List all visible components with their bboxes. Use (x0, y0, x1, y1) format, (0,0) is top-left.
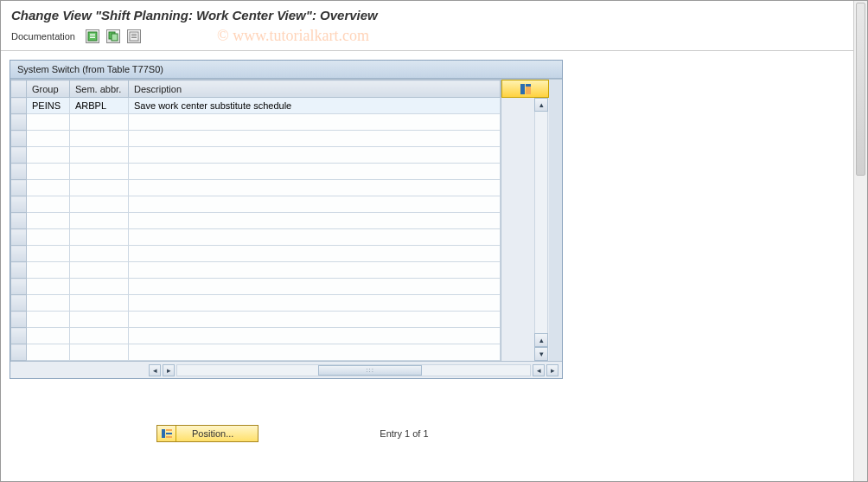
cell-desc[interactable] (129, 328, 501, 344)
cell-abbr[interactable] (70, 312, 129, 328)
scroll-up-button[interactable]: ▴ (534, 98, 548, 112)
page-scroll-thumb[interactable] (856, 3, 865, 176)
row-select-handle[interactable] (11, 213, 27, 229)
table-row-empty[interactable] (11, 246, 501, 262)
cell-group[interactable] (27, 312, 70, 328)
table-row-empty[interactable] (11, 196, 501, 213)
table-row-empty[interactable] (11, 229, 501, 246)
cell-abbr[interactable] (70, 114, 129, 131)
cell-group[interactable] (27, 147, 70, 164)
row-select-handle[interactable] (11, 114, 27, 131)
table-row-empty[interactable] (11, 312, 501, 328)
cell-abbr[interactable] (70, 180, 129, 196)
cell-group[interactable] (27, 262, 70, 279)
select-all-handle[interactable] (11, 80, 27, 98)
cell-abbr[interactable] (70, 295, 129, 312)
cell-desc[interactable]: Save work center substitute schedule (129, 98, 501, 114)
table-row-empty[interactable] (11, 164, 501, 180)
cell-group[interactable] (27, 229, 70, 246)
row-select-handle[interactable] (11, 279, 27, 295)
table-row[interactable]: PEINSARBPLSave work center substitute sc… (11, 98, 501, 114)
cell-group[interactable] (27, 164, 70, 180)
vertical-scroll-track[interactable] (534, 112, 548, 333)
cell-desc[interactable] (129, 114, 501, 131)
data-grid[interactable]: Group Sem. abbr. Description PEINSARBPLS… (10, 80, 501, 361)
scroll-row-down-button[interactable]: ▾ (534, 347, 548, 361)
cell-abbr[interactable] (70, 328, 129, 344)
cell-abbr[interactable] (70, 147, 129, 164)
cell-group[interactable] (27, 196, 70, 213)
row-select-handle[interactable] (11, 246, 27, 262)
cell-abbr[interactable]: ARBPL (70, 98, 129, 114)
cell-desc[interactable] (129, 213, 501, 229)
row-select-handle[interactable] (11, 312, 27, 328)
cell-abbr[interactable] (70, 262, 129, 279)
table-row-empty[interactable] (11, 344, 501, 361)
cell-abbr[interactable] (70, 164, 129, 180)
horizontal-scroll-track[interactable]: ::: (176, 364, 531, 376)
cell-group[interactable] (27, 295, 70, 312)
row-select-handle[interactable] (11, 295, 27, 312)
table-settings-button[interactable] (501, 80, 549, 98)
table-row-empty[interactable] (11, 114, 501, 131)
table-row-empty[interactable] (11, 131, 501, 147)
col-header-group[interactable]: Group (27, 80, 70, 98)
cell-abbr[interactable] (70, 344, 129, 361)
scroll-left-button[interactable]: ▸ (163, 364, 175, 376)
cell-abbr[interactable] (70, 229, 129, 246)
cell-desc[interactable] (129, 246, 501, 262)
cell-abbr[interactable] (70, 246, 129, 262)
col-header-abbr[interactable]: Sem. abbr. (70, 80, 129, 98)
row-select-handle[interactable] (11, 328, 27, 344)
scroll-right-button[interactable]: ◂ (533, 364, 545, 376)
row-select-handle[interactable] (11, 229, 27, 246)
documentation-link[interactable]: Documentation (11, 31, 75, 42)
row-select-handle[interactable] (11, 180, 27, 196)
cell-desc[interactable] (129, 180, 501, 196)
scroll-last-button[interactable]: ▸ (546, 364, 558, 376)
cell-abbr[interactable] (70, 213, 129, 229)
cell-group[interactable] (27, 131, 70, 147)
cell-desc[interactable] (129, 229, 501, 246)
cell-group[interactable] (27, 180, 70, 196)
row-select-handle[interactable] (11, 344, 27, 361)
scroll-row-up-button[interactable]: ▴ (534, 333, 548, 347)
row-select-handle[interactable] (11, 147, 27, 164)
new-entries-icon[interactable] (86, 29, 99, 43)
row-select-handle[interactable] (11, 131, 27, 147)
table-row-empty[interactable] (11, 213, 501, 229)
cell-group[interactable] (27, 246, 70, 262)
page-vertical-scrollbar[interactable] (853, 1, 867, 481)
row-select-handle[interactable] (11, 262, 27, 279)
cell-desc[interactable] (129, 196, 501, 213)
table-row-empty[interactable] (11, 279, 501, 295)
cell-desc[interactable] (129, 312, 501, 328)
cell-group[interactable] (27, 328, 70, 344)
cell-desc[interactable] (129, 262, 501, 279)
col-header-desc[interactable]: Description (129, 80, 501, 98)
table-row-empty[interactable] (11, 328, 501, 344)
delete-entries-icon[interactable] (127, 29, 141, 43)
cell-desc[interactable] (129, 344, 501, 361)
cell-desc[interactable] (129, 131, 501, 147)
row-select-handle[interactable] (11, 98, 27, 114)
cell-group[interactable] (27, 213, 70, 229)
cell-group[interactable] (27, 114, 70, 131)
table-row-empty[interactable] (11, 262, 501, 279)
table-row-empty[interactable] (11, 295, 501, 312)
cell-group[interactable]: PEINS (27, 98, 70, 114)
copy-entries-icon[interactable] (106, 29, 120, 43)
table-row-empty[interactable] (11, 147, 501, 164)
position-button[interactable]: Position... (156, 425, 258, 442)
scroll-first-button[interactable]: ◂ (149, 364, 161, 376)
table-row-empty[interactable] (11, 180, 501, 196)
cell-abbr[interactable] (70, 196, 129, 213)
cell-desc[interactable] (129, 147, 501, 164)
row-select-handle[interactable] (11, 164, 27, 180)
cell-desc[interactable] (129, 295, 501, 312)
horizontal-scroll-thumb[interactable]: ::: (318, 365, 422, 376)
cell-abbr[interactable] (70, 131, 129, 147)
cell-desc[interactable] (129, 279, 501, 295)
cell-group[interactable] (27, 279, 70, 295)
row-select-handle[interactable] (11, 196, 27, 213)
